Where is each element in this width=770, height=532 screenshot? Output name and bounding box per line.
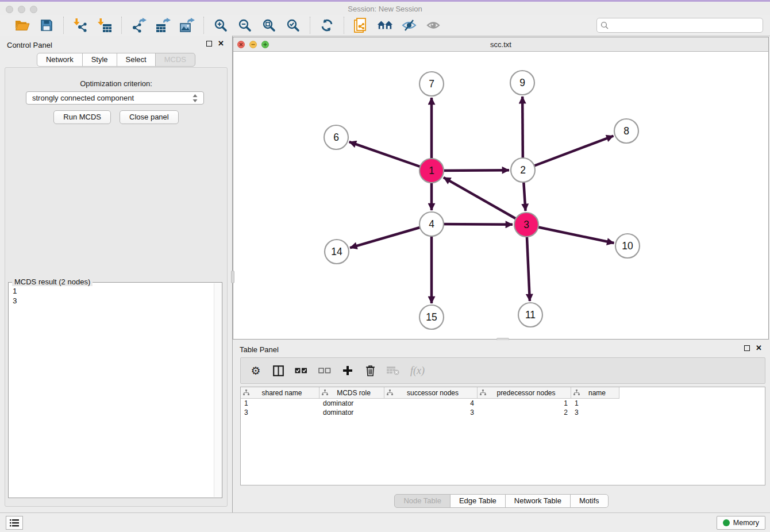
- network-window-titlebar[interactable]: scc.txt: [233, 37, 768, 52]
- zoom-fit-icon[interactable]: [261, 17, 277, 33]
- delete-column-trash-icon[interactable]: [364, 364, 376, 377]
- cell-predecessor-nodes[interactable]: 2: [478, 408, 571, 417]
- close-panel-button[interactable]: Close panel: [120, 110, 179, 124]
- mcds-result-box: MCDS result (2 nodes) 13: [8, 282, 222, 498]
- cell-MCDS-role[interactable]: dominator: [319, 408, 384, 417]
- dropdown-value: strongly connected component: [32, 94, 134, 102]
- column-view-icon[interactable]: [272, 364, 284, 377]
- graph-node-2[interactable]: 2: [511, 158, 535, 182]
- run-mcds-button[interactable]: Run MCDS: [53, 110, 111, 124]
- zoom-selected-icon[interactable]: [285, 17, 301, 33]
- memory-button[interactable]: Memory: [717, 516, 765, 530]
- column-header-shared-name[interactable]: shared name: [241, 387, 319, 399]
- graph-node-8[interactable]: 8: [614, 119, 638, 143]
- node-table[interactable]: shared nameMCDS rolesuccessor nodesprede…: [240, 387, 765, 485]
- refresh-icon[interactable]: [319, 17, 335, 33]
- cell-shared-name[interactable]: 1: [241, 399, 319, 408]
- tab-node-table[interactable]: Node Table: [394, 494, 451, 508]
- graph-node-14[interactable]: 14: [325, 240, 349, 264]
- table-row[interactable]: 3dominator323: [241, 408, 765, 417]
- cell-name[interactable]: 3: [571, 408, 619, 417]
- table-body: 1dominator4113dominator323: [241, 399, 765, 417]
- graph-node-3[interactable]: 3: [514, 213, 538, 237]
- tab-mcds[interactable]: MCDS: [155, 53, 195, 67]
- cell-successor-nodes[interactable]: 3: [384, 408, 478, 417]
- open-file-icon[interactable]: [14, 17, 30, 33]
- select-all-columns-icon[interactable]: [295, 364, 307, 377]
- export-table-icon[interactable]: [155, 17, 171, 33]
- graph-node-7[interactable]: 7: [419, 72, 444, 96]
- zoom-in-icon[interactable]: [213, 17, 229, 33]
- function-builder-icon: f(x): [410, 364, 425, 377]
- float-table-panel-icon[interactable]: [744, 345, 750, 351]
- table-settings-gear-icon[interactable]: ⚙: [250, 364, 261, 377]
- hide-selected-eye-slash-icon[interactable]: [401, 17, 417, 33]
- table-toolbar: ⚙ f(x): [240, 357, 765, 384]
- tab-style[interactable]: Style: [82, 53, 117, 67]
- import-network-icon[interactable]: [72, 17, 88, 33]
- table-header-row: shared nameMCDS rolesuccessor nodesprede…: [241, 387, 765, 399]
- tab-motifs[interactable]: Motifs: [570, 494, 609, 508]
- edge-4-14[interactable]: [350, 224, 432, 248]
- cell-predecessor-nodes[interactable]: 1: [478, 399, 571, 408]
- close-table-panel-icon[interactable]: ✕: [756, 345, 762, 351]
- node-label: 11: [525, 309, 536, 321]
- graph-node-9[interactable]: 9: [510, 71, 534, 95]
- search-input[interactable]: [611, 21, 759, 30]
- export-network-icon[interactable]: [130, 17, 147, 33]
- export-image-icon[interactable]: [179, 17, 195, 33]
- network-window-title: scc.txt: [233, 40, 768, 49]
- float-panel-icon[interactable]: [206, 41, 212, 47]
- mcds-result-list[interactable]: 13: [9, 283, 222, 306]
- tab-edge-table[interactable]: Edge Table: [450, 494, 506, 508]
- cell-successor-nodes[interactable]: 4: [384, 399, 478, 408]
- edge-3-1[interactable]: [444, 178, 526, 225]
- node-label: 7: [429, 78, 434, 90]
- column-header-MCDS-role[interactable]: MCDS role: [319, 387, 384, 399]
- node-label: 9: [519, 77, 525, 88]
- close-panel-icon[interactable]: ✕: [218, 41, 224, 47]
- cell-MCDS-role[interactable]: dominator: [319, 399, 384, 408]
- app-title: Session: New Session: [0, 5, 770, 13]
- node-label: 14: [331, 246, 342, 257]
- graph-node-1[interactable]: 1: [419, 159, 444, 183]
- result-scrollbar[interactable]: [214, 283, 221, 497]
- cell-name[interactable]: 1: [571, 399, 619, 408]
- splitter-grip-vertical[interactable]: [231, 271, 234, 283]
- show-all-eye-icon[interactable]: [425, 17, 441, 33]
- deselect-all-columns-icon[interactable]: [318, 364, 331, 377]
- edge-1-6[interactable]: [349, 142, 432, 171]
- edge-3-10[interactable]: [526, 225, 614, 243]
- duplicate-network-icon[interactable]: [353, 17, 369, 33]
- cell-shared-name[interactable]: 3: [241, 408, 319, 417]
- tab-network[interactable]: Network: [37, 53, 83, 67]
- list-icon: [10, 519, 19, 527]
- column-header-predecessor-nodes[interactable]: predecessor nodes: [478, 387, 571, 399]
- tab-network-table[interactable]: Network Table: [505, 494, 571, 508]
- graph-node-4[interactable]: 4: [419, 212, 444, 236]
- column-header-name[interactable]: name: [571, 387, 619, 399]
- node-label: 10: [622, 240, 633, 252]
- zoom-out-icon[interactable]: [237, 17, 253, 33]
- column-header-successor-nodes[interactable]: successor nodes: [384, 387, 478, 399]
- memory-status-dot-icon: [723, 519, 730, 526]
- add-column-plus-icon[interactable]: [342, 364, 353, 377]
- graph-node-6[interactable]: 6: [324, 125, 348, 149]
- save-session-icon[interactable]: [38, 17, 55, 33]
- search-box[interactable]: [596, 18, 763, 33]
- task-history-button[interactable]: [6, 516, 23, 530]
- graph-node-10[interactable]: 10: [615, 234, 640, 258]
- tab-select[interactable]: Select: [117, 53, 156, 67]
- optimization-criterion-select[interactable]: strongly connected component: [26, 91, 204, 105]
- edge-2-8[interactable]: [523, 136, 614, 170]
- table-row[interactable]: 1dominator411: [241, 399, 765, 408]
- optimization-criterion-label: Optimization criterion:: [5, 79, 227, 88]
- node-label: 1: [429, 165, 434, 176]
- network-canvas[interactable]: 7968124314101511: [233, 52, 768, 339]
- nested-networks-icon[interactable]: [377, 17, 393, 33]
- graph-node-15[interactable]: 15: [419, 305, 444, 329]
- app-titlebar: Session: New Session: [0, 0, 770, 15]
- import-table-icon[interactable]: [97, 17, 113, 33]
- graph-node-11[interactable]: 11: [518, 303, 542, 327]
- status-bar: Memory: [0, 512, 770, 532]
